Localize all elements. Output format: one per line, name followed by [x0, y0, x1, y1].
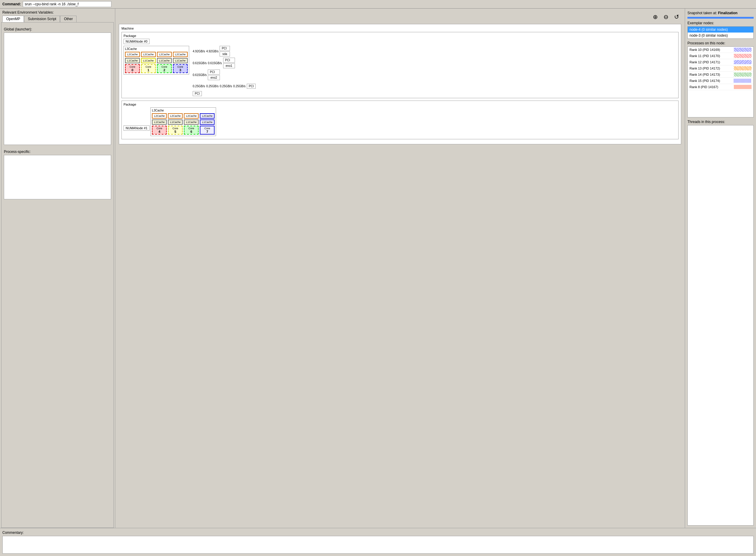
core-row-0: Core 0 Core 1 Core 2	[125, 64, 188, 73]
processes-label: Processes on this node:	[687, 41, 754, 45]
bw-2a: 0.615GB/s	[193, 62, 206, 65]
rank-13-label: Rank 13 (PID 14172)	[689, 67, 734, 70]
progress-bar	[687, 17, 754, 19]
right-panel: Snapshot taken at: Finalization Exemplar…	[685, 8, 756, 528]
l2cache-1-0: L2Cache	[152, 113, 167, 118]
pci-sda: PCI sda	[220, 46, 230, 57]
pci-box-sda: PCI	[220, 46, 230, 51]
l1cache-0-0: L1Cache	[125, 58, 140, 63]
core-2-label: Core	[158, 65, 171, 68]
tab-other[interactable]: Other	[60, 16, 77, 22]
l1cache-row-1: L1Cache L1Cache L1Cache L1Cache	[152, 119, 215, 125]
rank-12-item[interactable]: Rank 12 (PID 14171)	[688, 59, 753, 65]
rank-11-label: Rank 11 (PID 14170)	[689, 54, 734, 58]
rank-13-color	[734, 66, 752, 70]
l2cache-row-0: L2Cache L2Cache L2Cache L2Cache	[125, 52, 188, 57]
bw-row-3: 0.615GB/s PCI eno2	[193, 69, 256, 80]
core-7-num: 7	[201, 130, 214, 133]
threads-label: Threads in this process:	[687, 120, 754, 124]
process-label: Process-specific:	[4, 150, 111, 154]
node-list: node-4 (0 similar nodes) node-3 (0 simil…	[687, 26, 754, 39]
rank-14-item[interactable]: Rank 14 (PID 14173)	[688, 72, 753, 78]
core-5: Core 5	[168, 126, 183, 135]
pci-box-eno2: PCI	[208, 69, 220, 74]
l1cache-1-0: L1Cache	[152, 119, 167, 125]
core-3: Core 3	[173, 64, 188, 73]
rank-14-label: Rank 14 (PID 14173)	[689, 73, 734, 76]
package-0-label: Package	[123, 34, 677, 38]
l2cache-0-0: L2Cache	[125, 52, 140, 57]
pci-box-bottom: PCI	[247, 84, 256, 89]
l2cache-1-3: L2Cache	[200, 113, 215, 118]
bw-4a: 0.25GB/s	[193, 84, 205, 88]
bw-row-2: 0.615GB/s 0.615GB/s PCI eno1	[193, 58, 256, 68]
core-2: Core 2	[157, 64, 172, 73]
core-3-label: Core	[174, 65, 187, 68]
core-5-num: 5	[169, 130, 182, 133]
l2cache-1-2: L2Cache	[184, 113, 199, 118]
global-label: Global (launcher):	[4, 27, 111, 31]
zoom-in-button[interactable]: ⊕	[650, 12, 660, 22]
device-sda: sda	[220, 51, 230, 57]
core-0: Core 0	[125, 64, 140, 73]
core-4-num: 4	[153, 130, 165, 133]
numa-0-label: NUMANode #0	[123, 39, 150, 44]
snapshot-label: Snapshot taken at: Finalization	[687, 11, 754, 15]
l1cache-1-3: L1Cache	[200, 119, 215, 125]
center-panel: ⊕ ⊖ ↺ Machine Package NUMANode #0 L3Cach…	[115, 8, 685, 528]
core-1: Core 1	[141, 64, 156, 73]
numa-1-label: NUMANode #1	[123, 126, 150, 131]
core-4: Core 4	[152, 126, 167, 135]
tab-openmp[interactable]: OpenMP	[2, 16, 24, 22]
zoom-out-button[interactable]: ⊖	[661, 12, 671, 22]
rank-10-label: Rank 10 (PID 14169)	[689, 48, 734, 51]
threads-area	[687, 125, 754, 525]
bw-2b: 0.615GB/s	[208, 62, 222, 65]
snapshot-value: Finalization	[718, 11, 738, 15]
rank-8-label: Rank 8 (PID 14167)	[689, 85, 734, 89]
rank-11-item[interactable]: Rank 11 (PID 14170)	[688, 53, 753, 59]
l3cache-0-label: L3Cache	[125, 47, 188, 50]
rank-15-item[interactable]: Rank 15 (PID 14174)	[688, 78, 753, 84]
commentary-area[interactable]	[2, 536, 754, 554]
core-5-label: Core	[169, 127, 182, 130]
rank-10-item[interactable]: Rank 10 (PID 14169)	[688, 47, 753, 53]
core-6-label: Core	[185, 127, 197, 130]
bw-1a: 4.92GB/s	[193, 50, 205, 53]
global-textarea[interactable]	[4, 33, 111, 145]
bw-4d: 0.25GB/s	[233, 84, 245, 88]
node-item-1[interactable]: node-3 (0 similar nodes)	[688, 33, 753, 38]
env-vars-label: Relevant Environment Variables:	[0, 8, 115, 16]
l3cache-1: L3Cache L2Cache L2Cache L2Cache L2Cache …	[150, 107, 216, 136]
tabs: OpenMP Submission Script Other	[0, 16, 115, 22]
core-1-label: Core	[142, 65, 155, 68]
pci-eno1: PCI eno1	[223, 58, 235, 68]
pci-eno2: PCI eno2	[208, 69, 220, 80]
process-textarea[interactable]	[4, 155, 111, 199]
pci-section-0: 4.92GB/s 4.92GB/s PCI sda 0.615GB/s 0.61…	[193, 46, 256, 96]
rank-8-color	[734, 85, 752, 89]
bw-row-1: 4.92GB/s 4.92GB/s PCI sda	[193, 46, 256, 57]
rank-13-item[interactable]: Rank 13 (PID 14172)	[688, 65, 753, 72]
l1cache-0-2: L1Cache	[157, 58, 172, 63]
device-eno2: eno2	[208, 75, 220, 80]
rank-8-item[interactable]: Rank 8 (PID 14167)	[688, 84, 753, 90]
commentary-label: Commentary:	[2, 530, 754, 535]
bw-3b: 0.615GB/s	[193, 73, 206, 77]
l2cache-1-1: L2Cache	[168, 113, 183, 118]
bw-row-4: 0.25GB/s 0.25GB/s 0.25GB/s 0.25GB/s PCI	[193, 84, 256, 89]
tab-submission-script[interactable]: Submission Script	[24, 16, 60, 22]
node-item-0[interactable]: node-4 (0 similar nodes)	[688, 27, 753, 33]
rank-12-color	[734, 60, 752, 64]
rank-10-color	[734, 47, 752, 52]
l2cache-0-2: L2Cache	[157, 52, 172, 57]
extra-pci-row: PCI	[193, 91, 256, 96]
rank-14-color	[734, 72, 752, 77]
process-list[interactable]: Rank 10 (PID 14169) Rank 11 (PID 14170) …	[687, 46, 754, 117]
rank-11-color	[734, 54, 752, 58]
l1cache-0-1: L1Cache	[141, 58, 156, 63]
core-2-num: 2	[158, 68, 171, 72]
exemplar-label: Exemplar nodes:	[687, 21, 754, 25]
machine-label: Machine	[121, 27, 679, 30]
reset-button[interactable]: ↺	[672, 12, 681, 22]
